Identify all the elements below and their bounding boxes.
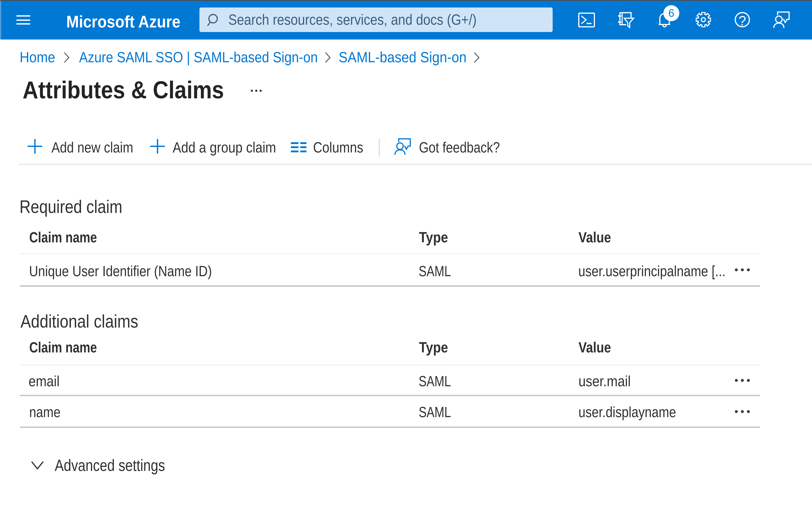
- svg-text:?: ?: [738, 13, 746, 28]
- svg-text:6: 6: [668, 7, 674, 19]
